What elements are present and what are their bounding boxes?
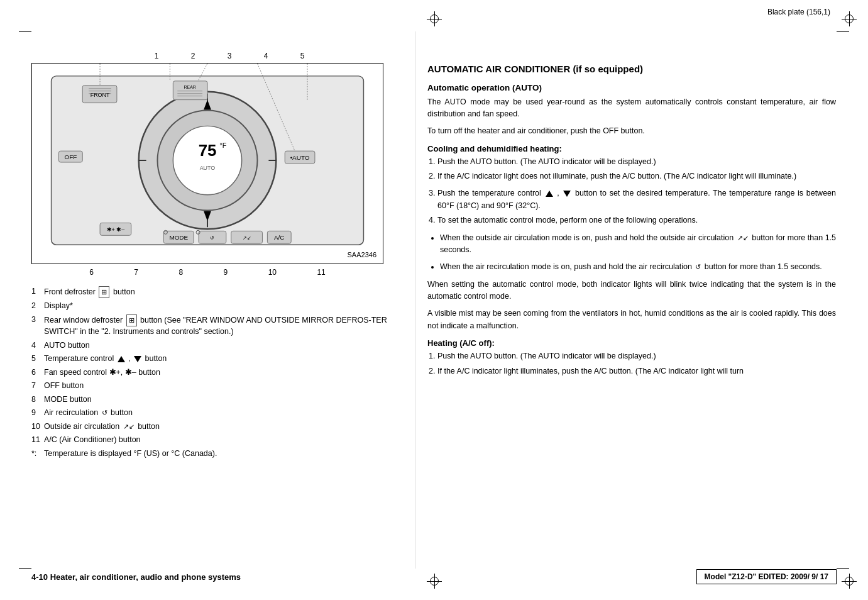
svg-text:REAR: REAR: [184, 85, 196, 89]
top-numbers: 1 2 3 4 5: [31, 52, 383, 60]
legend-item-11: 11 A/C (Air Conditioner) button: [31, 435, 396, 446]
recirc-icon: ↺: [102, 408, 107, 418]
legend-item-3: 3 Rear window defroster ⊞ button (See "R…: [31, 314, 396, 338]
center-divider: [415, 31, 415, 569]
svg-text:75: 75: [199, 142, 217, 159]
margin-mark-bl: [19, 568, 31, 569]
temp-down-icon: [134, 356, 141, 362]
num-9: 9: [224, 268, 228, 277]
num-4: 4: [264, 52, 268, 60]
legend-item-4: 4 AUTO button: [31, 340, 396, 352]
section-label: 4-10 Heater, air conditioner, audio and …: [31, 572, 241, 582]
legend-item-9: 9 Air recirculation ↺ button: [31, 408, 396, 419]
diagram-area: 1 2 3 4 5 75 °F AUTO: [31, 63, 396, 264]
crosshair-top: [427, 11, 442, 26]
cooling-heading: Cooling and dehumidified heating:: [427, 144, 836, 153]
legend-item-asterisk: *: Temperature is displayed °F (US) or °…: [31, 448, 396, 460]
auto-op-body2: To turn off the heater and air condition…: [427, 125, 836, 137]
recirc-bullet-icon: ↺: [695, 262, 701, 272]
svg-text:↗↙: ↗↙: [243, 235, 251, 241]
svg-text:°F: °F: [219, 142, 226, 149]
legend-item-2: 2 Display*: [31, 301, 396, 312]
legend-item-5: 5 Temperature control , button: [31, 353, 396, 365]
legend-list: 1 Front defroster ⊞ button 2 Display* 3 …: [31, 286, 396, 459]
right-column: AUTOMATIC AIR CONDITIONER (if so equippe…: [427, 63, 836, 382]
page-footer: 4-10 Heater, air conditioner, audio and …: [31, 569, 837, 584]
main-title: AUTOMATIC AIR CONDITIONER (if so equippe…: [427, 63, 836, 75]
bullet-recirc: When the air recirculation mode is on, p…: [440, 261, 836, 273]
heating-step-1: Push the AUTO button. (The AUTO indicato…: [437, 350, 836, 362]
left-column: 1 2 3 4 5 75 °F AUTO: [31, 63, 396, 462]
auto-op-title: Automatic operation (AUTO): [427, 83, 836, 92]
svg-rect-20: [173, 81, 207, 100]
outside-air-icon: ↗↙: [123, 422, 135, 431]
temp-ctrl-up-icon: [546, 191, 553, 197]
svg-text:MODE: MODE: [169, 234, 188, 241]
num-7: 7: [134, 268, 138, 277]
outside-air-bullet-icon: ↗↙: [737, 233, 749, 243]
num-5: 5: [300, 52, 305, 60]
svg-text:FRONT: FRONT: [91, 92, 110, 98]
cooling-steps-list: Push the AUTO button. (The AUTO indicato…: [437, 156, 836, 183]
crosshair-top-right: [842, 11, 857, 26]
temp-ctrl-down-icon: [563, 191, 571, 197]
cooling-step-2: If the A/C indicator light does not illu…: [437, 170, 836, 182]
plate-label: Black plate (156,1): [767, 8, 830, 16]
svg-text:OFF: OFF: [64, 153, 77, 160]
temp-up-icon: [118, 356, 125, 362]
num-10: 10: [268, 268, 277, 277]
num-8: 8: [179, 268, 183, 277]
bottom-numbers: 6 7 8 9 10 11: [31, 268, 383, 277]
num-1: 1: [155, 52, 159, 60]
margin-mark-br: [837, 568, 849, 569]
num-3: 3: [228, 52, 232, 60]
cooling-steps-continued: Push the temperature control , button to…: [437, 187, 836, 226]
bullet-outside-air: When the outside air circulation mode is…: [440, 232, 836, 257]
legend-item-10: 10 Outside air circulation ↗↙ button: [31, 421, 396, 433]
cooling-step-3: Push the temperature control , button to…: [437, 187, 836, 212]
svg-text:AUTO: AUTO: [200, 165, 216, 171]
svg-text:•AUTO: •AUTO: [290, 154, 310, 161]
model-label: Model "Z12-D" EDITED: 2009/ 9/ 17: [696, 569, 837, 584]
legend-item-8: 8 MODE button: [31, 394, 396, 406]
cooling-step-4: To set the automatic control mode, perfo…: [437, 214, 836, 226]
crosshair-bottom-right: [842, 574, 857, 589]
legend-item-6: 6 Fan speed control ✱+, ✱– button: [31, 367, 396, 379]
svg-point-3: [173, 126, 241, 194]
num-11: 11: [317, 268, 325, 277]
heating-heading: Heating (A/C off):: [427, 338, 836, 348]
control-diagram: 75 °F AUTO OFF FRONT: [31, 63, 383, 264]
auto-control-bullets: When the outside air circulation mode is…: [440, 232, 836, 274]
cooling-step-1: Push the AUTO button. (The AUTO indicato…: [437, 156, 836, 168]
heating-steps-list: Push the AUTO button. (The AUTO indicato…: [437, 350, 836, 377]
num-6: 6: [89, 268, 94, 277]
auto-control-note: When setting the automatic control mode,…: [427, 279, 836, 303]
legend-item-7: 7 OFF button: [31, 381, 396, 392]
svg-text:A/C: A/C: [274, 234, 285, 241]
margin-mark-tl: [19, 31, 31, 32]
panel-svg: 75 °F AUTO OFF FRONT: [32, 64, 383, 264]
auto-op-body1: The AUTO mode may be used year-round as …: [427, 96, 836, 121]
heating-step-2: If the A/C indicator light illuminates, …: [437, 365, 836, 377]
diagram-id: SAA2346: [348, 251, 376, 258]
defroster-front-icon: ⊞: [99, 286, 109, 298]
mist-note: A visible mist may be seen coming from t…: [427, 308, 836, 332]
margin-mark-tr: [837, 31, 849, 32]
legend-item-1: 1 Front defroster ⊞ button: [31, 286, 396, 298]
defroster-rear-icon: ⊞: [126, 314, 137, 326]
svg-text:↺: ↺: [210, 235, 214, 241]
num-2: 2: [191, 52, 195, 60]
svg-text:✱+  ✱–: ✱+ ✱–: [107, 226, 125, 233]
